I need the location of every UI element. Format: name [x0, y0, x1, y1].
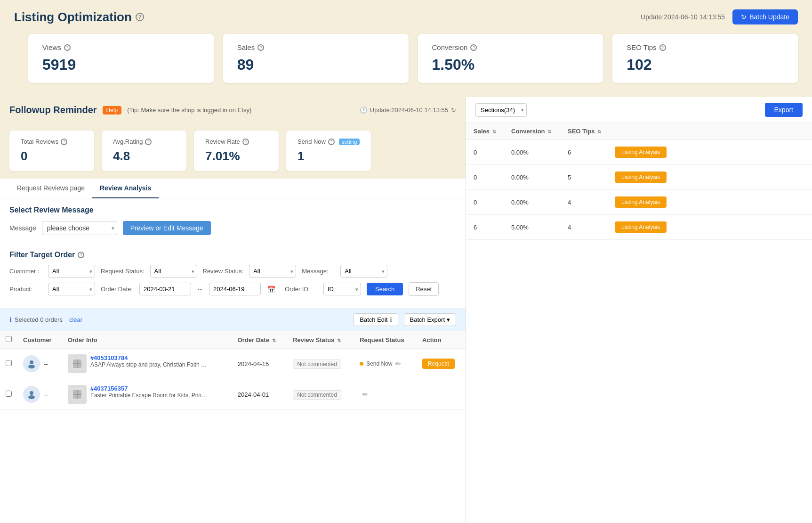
date-separator: ～ — [197, 285, 203, 294]
request-status-select[interactable]: All — [150, 265, 197, 278]
right-conversion-val-0: 0.00% — [511, 149, 568, 156]
stat-help-icon[interactable]: ? — [64, 44, 71, 51]
order-date-from[interactable] — [139, 283, 191, 295]
order-id-label: Order ID: — [285, 286, 318, 293]
followup-update: 🕐 Update:2024-06-10 14:13:55 ↻ — [360, 106, 456, 114]
select-all-checkbox[interactable] — [6, 336, 12, 342]
listing-analysis-button-0[interactable]: Listing Analysis — [615, 147, 667, 158]
total-reviews-help-icon[interactable]: ? — [61, 139, 67, 145]
listing-analysis-button-1[interactable]: Listing Analysis — [615, 172, 667, 183]
right-action-val-0: Listing Analysis — [615, 147, 804, 158]
order-date-cell-1: 2024-04-01 — [232, 379, 287, 410]
message-select[interactable]: please choose — [42, 221, 117, 235]
order-date-label: Order Date: — [101, 286, 134, 293]
filter-help-icon[interactable]: ? — [78, 252, 84, 258]
stat-help-icon[interactable]: ? — [470, 44, 477, 51]
action-col-header-right — [615, 128, 804, 135]
stat-card-sales: Sales ? 89 — [223, 34, 409, 83]
app-container: Listing Optimization ? Update:2024-06-10… — [0, 0, 812, 523]
stat-value: 5919 — [42, 56, 200, 74]
batch-edit-label: Batch Edit — [360, 316, 387, 323]
followup-help-badge[interactable]: Help — [103, 106, 122, 114]
edit-icon-0[interactable]: ✏ — [395, 360, 401, 368]
listing-analysis-button-2[interactable]: Listing Analysis — [615, 196, 667, 208]
total-reviews-label: Total Reviews ? — [21, 138, 83, 145]
send-now-help-icon[interactable]: ? — [328, 139, 335, 145]
tab-review-analysis[interactable]: Review Analysis — [92, 179, 159, 198]
request-status-cell-0: Send Now ✏ — [354, 349, 417, 379]
edit-icon-1[interactable]: ✏ — [362, 391, 368, 398]
batch-edit-button[interactable]: Batch Edit ℹ — [354, 313, 398, 326]
export-button[interactable]: Export — [765, 103, 803, 117]
stat-card-seo-tips: SEO Tips ? 102 — [612, 34, 798, 83]
stat-value: 89 — [237, 56, 394, 74]
avg-rating-label: Avg.Rating ? — [113, 138, 175, 145]
order-date-to[interactable] — [209, 283, 261, 295]
search-button[interactable]: Search — [367, 283, 403, 295]
avg-rating-value: 4.8 — [113, 149, 175, 163]
orders-toolbar: ℹ Selected 0 orders clear Batch Edit ℹ B… — [0, 309, 466, 331]
review-rate-help-icon[interactable]: ? — [242, 139, 249, 145]
order-desc-1: Easter Printable Escape Room for Kids, P… — [90, 392, 208, 399]
customer-cell-1: -- — [17, 379, 62, 410]
refresh-icon-small[interactable]: ↻ — [451, 106, 456, 114]
followup-title: Followup Reminder — [9, 105, 97, 115]
tab-request-reviews[interactable]: Request Reviews page — [9, 179, 92, 198]
right-sales-val-2: 0 — [474, 199, 511, 206]
review-msg-row: Message please choose Preview or Edit Me… — [9, 221, 456, 235]
avg-rating-help-icon[interactable]: ? — [145, 139, 152, 145]
tabs-row: Request Reviews page Review Analysis — [0, 179, 466, 198]
order-info-cell-0: #4053103784 ASAP Always stop and pray, C… — [62, 349, 232, 379]
row-checkbox-cell-1 — [0, 379, 17, 410]
review-status-cell-0: Not commented — [287, 349, 354, 379]
conversion-col-header[interactable]: Conversion ⇅ — [511, 128, 568, 135]
filter-row-1: Customer : All Request Status: All Revie… — [9, 265, 456, 278]
customer-select[interactable]: All — [48, 265, 95, 278]
batch-export-label: Batch Export — [410, 316, 445, 323]
listing-analysis-button-3[interactable]: Listing Analysis — [615, 221, 667, 233]
right-panel: Sections(34) Export Sales ⇅ Conversion ⇅… — [466, 97, 812, 523]
clear-link[interactable]: clear — [69, 316, 82, 323]
order-date-col-header[interactable]: Order Date ⇅ — [232, 331, 287, 349]
message-label: Message — [9, 224, 36, 232]
main-content: Followup Reminder Help (Tip: Make sure t… — [0, 97, 812, 523]
review-rate-label: Review Rate ? — [205, 138, 267, 145]
svg-point-1 — [28, 365, 35, 368]
order-id-select[interactable]: ID — [323, 283, 361, 295]
setting-badge[interactable]: setting — [339, 139, 360, 145]
stat-help-icon[interactable]: ? — [257, 44, 264, 51]
batch-export-button[interactable]: Batch Export ▾ — [404, 313, 456, 326]
order-thumb-0 — [68, 354, 87, 373]
review-msg-title: Select Review Message — [9, 206, 456, 214]
review-rate-value: 7.01% — [205, 149, 267, 163]
stat-help-icon[interactable]: ? — [659, 44, 666, 51]
listing-opt-help-icon[interactable]: ? — [136, 13, 144, 21]
row-checkbox-0[interactable] — [6, 360, 12, 366]
row-checkbox-1[interactable] — [6, 391, 12, 397]
right-seo-val-3: 4 — [568, 224, 615, 231]
followup-stat-avg-rating: Avg.Rating ? 4.8 — [102, 131, 186, 171]
stat-label: SEO Tips ? — [627, 43, 784, 51]
send-now-value: 1 — [297, 149, 360, 163]
calendar-icon[interactable]: 📅 — [267, 286, 275, 293]
reset-button[interactable]: Reset — [409, 282, 439, 296]
order-id-0: #4053103784 — [90, 354, 208, 361]
select-all-header[interactable] — [0, 331, 17, 349]
right-table-row: 0 0.00% 6 Listing Analysis — [466, 140, 812, 165]
batch-update-button[interactable]: ↻ Batch Update — [732, 9, 798, 25]
preview-edit-message-button[interactable]: Preview or Edit Message — [123, 221, 211, 235]
listing-opt-section: Listing Optimization ? Update:2024-06-10… — [0, 0, 812, 97]
stat-value: 102 — [627, 56, 784, 74]
product-select[interactable]: All — [48, 283, 95, 295]
request-button-0[interactable]: Request — [422, 359, 455, 369]
right-conversion-val-2: 0.00% — [511, 199, 568, 206]
sales-col-header[interactable]: Sales ⇅ — [474, 128, 511, 135]
sections-select[interactable]: Sections(34) — [475, 103, 527, 117]
followup-update-text: Update:2024-06-10 14:13:55 — [370, 106, 448, 114]
review-status-col-header[interactable]: Review Status ⇅ — [287, 331, 354, 349]
seo-col-header[interactable]: SEO Tips ⇅ — [568, 128, 615, 135]
review-status-select[interactable]: All — [249, 265, 296, 278]
message-filter-select[interactable]: All — [340, 265, 387, 278]
stat-label: Views ? — [42, 43, 200, 51]
filter-row-2: Product: All Order Date: ～ 📅 Order ID: — [9, 282, 456, 296]
